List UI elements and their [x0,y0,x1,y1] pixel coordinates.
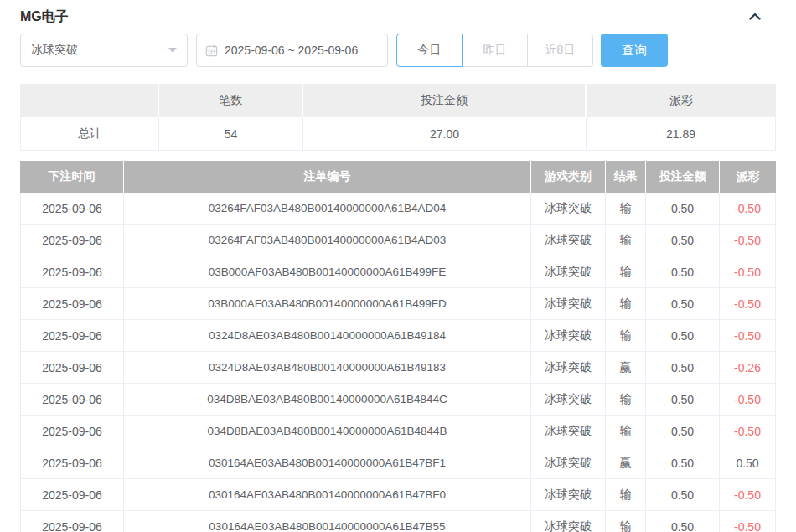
col-header-result: 结果 [606,161,646,193]
summary-total-count: 54 [159,117,303,151]
bet-time-cell: 2025-09-06 [20,447,124,479]
bet-amount-cell: 0.50 [646,320,720,352]
bet-id-cell: 034D8BAE03AB480B00140000000A61B4844C [124,384,531,416]
result-cell: 输 [606,320,646,352]
payout-cell: -0.50 [720,193,776,225]
summary-total-row: 总计 54 27.00 21.89 [20,117,776,151]
bet-table: 下注时间 注单编号 游戏类别 结果 投注金额 派彩 2025-09-060326… [20,161,776,532]
result-cell: 输 [606,416,646,447]
table-row: 2025-09-06030164AE03AB480B00140000000A61… [20,447,776,479]
col-header-game-type: 游戏类别 [531,161,606,193]
result-cell: 赢 [606,352,646,384]
bet-time-cell: 2025-09-06 [20,320,124,352]
bet-amount-cell: 0.50 [646,288,720,320]
table-row: 2025-09-06030164AE03AB480B00140000000A61… [20,511,776,532]
payout-cell: -0.50 [720,288,776,320]
game-type-cell: 冰球突破 [531,384,606,416]
bet-amount-cell: 0.50 [646,256,720,288]
quick-range-last8days-button[interactable]: 近8日 [527,34,593,67]
bet-time-cell: 2025-09-06 [20,225,124,256]
game-type-cell: 冰球突破 [531,193,606,225]
payout-cell: -0.50 [720,384,776,416]
game-type-cell: 冰球突破 [531,320,606,352]
col-header-bet-id: 注单编号 [124,161,531,193]
summary-header-payout: 派彩 [587,84,776,117]
payout-cell: -0.50 [720,416,776,447]
filter-bar: 冰球突破 2025-09-06 ~ 2025-09-06 今日 昨日 近8日 查… [20,34,776,67]
bet-amount-cell: 0.50 [646,511,720,532]
result-cell: 输 [606,479,646,511]
result-cell: 输 [606,288,646,320]
summary-header-blank [20,84,159,117]
bet-amount-cell: 0.50 [646,384,720,416]
payout-cell: -0.26 [720,352,776,384]
game-type-cell: 冰球突破 [531,447,606,479]
page-title: MG电子 [20,8,69,26]
game-type-cell: 冰球突破 [531,511,606,532]
calendar-icon [205,44,218,57]
table-row: 2025-09-060324D8AE03AB480B00140000000A61… [20,320,776,352]
bet-time-cell: 2025-09-06 [20,479,124,511]
game-select[interactable]: 冰球突破 [20,34,188,67]
table-row: 2025-09-060324D8AE03AB480B00140000000A61… [20,352,776,384]
bet-table-body: 2025-09-0603264FAF03AB480B00140000000A61… [20,193,776,532]
bet-id-cell: 030164AE03AB480B00140000000A61B47B55 [124,511,531,532]
game-type-cell: 冰球突破 [531,416,606,447]
bet-id-cell: 03B000AF03AB480B00140000000A61B499FD [124,288,531,320]
bet-id-cell: 034D8BAE03AB480B00140000000A61B4844B [124,416,531,447]
bet-time-cell: 2025-09-06 [20,416,124,447]
bet-id-cell: 03264FAF03AB480B00140000000A61B4AD04 [124,193,531,225]
result-cell: 输 [606,225,646,256]
bet-time-cell: 2025-09-06 [20,352,124,384]
table-row: 2025-09-06030164AE03AB480B00140000000A61… [20,479,776,511]
bet-time-cell: 2025-09-06 [20,288,124,320]
quick-range-group: 今日 昨日 近8日 [396,34,593,67]
summary-total-bet-amount: 27.00 [303,117,587,151]
query-button[interactable]: 查询 [601,34,668,67]
quick-range-today-button[interactable]: 今日 [396,34,463,67]
col-header-payout: 派彩 [720,161,776,193]
col-header-bet-time: 下注时间 [20,161,124,193]
quick-range-yesterday-button[interactable]: 昨日 [462,34,528,67]
payout-cell: -0.50 [720,320,776,352]
bet-table-header-row: 下注时间 注单编号 游戏类别 结果 投注金额 派彩 [20,161,776,193]
payout-cell: -0.50 [720,256,776,288]
bet-id-cell: 030164AE03AB480B00140000000A61B47BF1 [124,447,531,479]
bet-amount-cell: 0.50 [646,225,720,256]
game-type-cell: 冰球突破 [531,479,606,511]
bet-id-cell: 030164AE03AB480B00140000000A61B47BF0 [124,479,531,511]
bet-amount-cell: 0.50 [646,416,720,447]
bet-amount-cell: 0.50 [646,447,720,479]
game-select-value: 冰球突破 [31,43,78,58]
mg-panel: MG电子 冰球突破 2025-09-06 ~ 2025-09-06 今日 昨日 … [0,0,796,532]
collapse-button[interactable] [746,8,764,26]
bet-id-cell: 0324D8AE03AB480B00140000000A61B49183 [124,352,531,384]
result-cell: 输 [606,384,646,416]
bet-time-cell: 2025-09-06 [20,256,124,288]
bet-time-cell: 2025-09-06 [20,193,124,225]
bet-id-cell: 03264FAF03AB480B00140000000A61B4AD03 [124,225,531,256]
date-range-picker[interactable]: 2025-09-06 ~ 2025-09-06 [196,34,388,67]
table-row: 2025-09-0603264FAF03AB480B00140000000A61… [20,225,776,256]
summary-table: 笔数 投注金额 派彩 总计 54 27.00 21.89 [20,84,776,151]
table-row: 2025-09-0603B000AF03AB480B00140000000A61… [20,288,776,320]
result-cell: 赢 [606,447,646,479]
payout-cell: -0.50 [720,479,776,511]
bet-time-cell: 2025-09-06 [20,384,124,416]
payout-cell: -0.50 [720,511,776,532]
summary-total-label: 总计 [20,117,159,151]
col-header-bet-amount: 投注金额 [646,161,720,193]
table-row: 2025-09-06034D8BAE03AB480B00140000000A61… [20,384,776,416]
bet-amount-cell: 0.50 [646,479,720,511]
summary-total-payout: 21.89 [587,117,776,151]
game-type-cell: 冰球突破 [531,352,606,384]
panel-header: MG电子 [20,0,776,25]
result-cell: 输 [606,256,646,288]
caret-down-icon [168,48,177,53]
result-cell: 输 [606,511,646,532]
summary-header-count: 笔数 [159,84,303,117]
result-cell: 输 [606,193,646,225]
date-range-value: 2025-09-06 ~ 2025-09-06 [225,44,358,57]
payout-cell: 0.50 [720,447,776,479]
table-row: 2025-09-06034D8BAE03AB480B00140000000A61… [20,416,776,447]
